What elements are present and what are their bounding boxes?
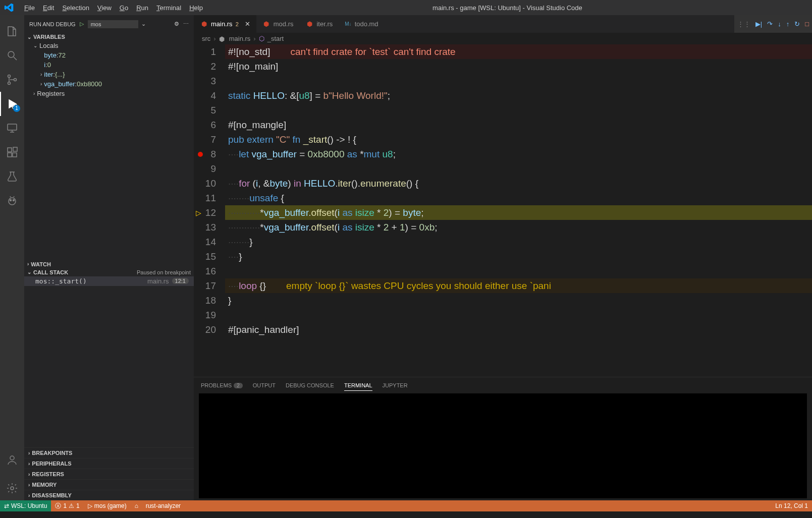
code-editor[interactable]: #![no_std]can't find crate for `test` ca… — [225, 44, 812, 377]
close-icon[interactable]: ✕ — [245, 20, 250, 28]
watch-section[interactable]: ›WATCH — [24, 260, 194, 268]
svg-rect-7 — [8, 153, 12, 157]
debug-alt-icon: ▷ — [88, 502, 92, 509]
remote-explorer-icon[interactable] — [0, 116, 24, 140]
symbol-icon: ⬡ — [259, 35, 264, 42]
svg-point-14 — [11, 487, 14, 490]
status-bar: ⇄WSL: Ubuntu ⓧ1 ⚠1 ▷mos (game) ⌂ rust-an… — [0, 500, 812, 511]
variable-row[interactable]: ›i: 0 — [40, 60, 194, 70]
rust-file-icon: ⬢ — [219, 35, 226, 42]
testing-icon[interactable] — [0, 164, 24, 189]
variable-row[interactable]: ›iter: {...} — [40, 70, 194, 79]
breadcrumb[interactable]: src› ⬢main.rs› ⬡_start — [194, 33, 812, 44]
debug-status[interactable]: ▷mos (game) — [84, 502, 131, 509]
registers2-section[interactable]: ›REGISTERS — [24, 469, 194, 479]
menu-file[interactable]: File — [20, 2, 39, 14]
rust-analyzer-status[interactable]: ⌂ rust-analyzer — [131, 502, 185, 509]
error-icon: ⓧ — [55, 502, 61, 510]
home-icon: ⌂ — [135, 502, 138, 509]
settings-gear-icon[interactable] — [0, 476, 24, 500]
debug-toolbar: ⋮⋮ ▶| ↷ ↓ ↑ ↻ □ — [734, 15, 812, 33]
step-out-icon[interactable]: ↑ — [786, 20, 790, 28]
menu-help[interactable]: Help — [185, 2, 207, 14]
memory-section[interactable]: ›MEMORY — [24, 479, 194, 490]
breakpoints-section[interactable]: ›BREAKPOINTS — [24, 447, 194, 458]
peripherals-section[interactable]: ›PERIPHERALS — [24, 458, 194, 469]
current-line-icon: ▷ — [196, 205, 201, 220]
menu-terminal[interactable]: Terminal — [152, 2, 185, 14]
disassembly-section[interactable]: ›DISASSEMBLY — [24, 490, 194, 500]
tab-todo.md[interactable]: M↓todo.md — [339, 15, 384, 33]
platformio-icon[interactable] — [0, 189, 24, 213]
panel-tab-jupyter[interactable]: JUPYTER — [383, 380, 408, 390]
step-over-icon[interactable]: ↷ — [767, 20, 773, 28]
variable-row[interactable]: ›vga_buffer: 0xb8000 — [40, 79, 194, 89]
panel-tab-problems[interactable]: PROBLEMS2 — [201, 380, 243, 390]
svg-point-2 — [8, 82, 11, 85]
tab-main.rs[interactable]: ⬢main.rs2✕ — [194, 15, 256, 33]
menu-run[interactable]: Run — [132, 2, 152, 14]
window-title: main.rs - game [WSL: Ubuntu] - Visual St… — [207, 4, 808, 12]
svg-point-13 — [10, 456, 14, 460]
terminal-body[interactable] — [199, 393, 807, 498]
rust-file-icon: ⬢ — [305, 20, 313, 28]
rust-file-icon: ⬢ — [262, 20, 270, 28]
source-control-icon[interactable] — [0, 68, 24, 92]
cursor-position[interactable]: Ln 12, Col 1 — [771, 502, 812, 509]
svg-rect-9 — [13, 147, 17, 151]
variables-section[interactable]: ⌄VARIABLES — [24, 33, 194, 41]
vscode-logo-icon — [4, 3, 14, 13]
svg-rect-5 — [8, 124, 17, 130]
svg-rect-8 — [13, 153, 17, 157]
registers-group[interactable]: ›Registers — [33, 89, 194, 98]
stop-icon[interactable]: □ — [805, 20, 809, 28]
debug-sidebar: RUN AND DEBUG ▷ mos ⌄ ⚙ ⋯ ⌄VARIABLES ⌄Lo… — [24, 15, 194, 500]
svg-point-1 — [8, 75, 11, 78]
remote-indicator[interactable]: ⇄WSL: Ubuntu — [0, 500, 51, 511]
svg-point-11 — [10, 200, 12, 201]
accounts-icon[interactable] — [0, 448, 24, 472]
svg-point-12 — [13, 200, 15, 201]
start-debug-icon[interactable]: ▷ — [80, 21, 84, 27]
tab-mod.rs[interactable]: ⬢mod.rs — [256, 15, 300, 33]
rust-file-icon: ⬢ — [200, 20, 208, 28]
activity-bar: 1 — [0, 15, 24, 500]
breakpoint-icon[interactable] — [198, 152, 203, 157]
panel-tab-debug console[interactable]: DEBUG CONSOLE — [286, 380, 334, 390]
run-debug-icon[interactable]: 1 — [0, 92, 24, 116]
panel-tab-output[interactable]: OUTPUT — [253, 380, 276, 390]
chevron-down-icon[interactable]: ⌄ — [141, 21, 146, 27]
bottom-panel: PROBLEMS2OUTPUTDEBUG CONSOLETERMINALJUPY… — [194, 377, 812, 500]
gear-icon[interactable]: ⚙ — [174, 21, 179, 27]
warning-icon: ⚠ — [69, 502, 74, 509]
menubar: FileEditSelectionViewGoRunTerminalHelp m… — [0, 0, 812, 15]
locals-group[interactable]: ⌄Locals — [33, 41, 194, 50]
debug-config-select[interactable]: mos — [88, 20, 138, 28]
tab-iter.rs[interactable]: ⬢iter.rs — [299, 15, 339, 33]
sidebar-title: RUN AND DEBUG — [29, 21, 76, 27]
explorer-icon[interactable] — [0, 19, 24, 43]
problems-status[interactable]: ⓧ1 ⚠1 — [51, 502, 83, 510]
menu-selection[interactable]: Selection — [58, 2, 93, 14]
line-gutter[interactable]: 123456789101112▷1314151617181920 — [194, 44, 225, 377]
search-icon[interactable] — [0, 43, 24, 68]
menu-edit[interactable]: Edit — [39, 2, 58, 14]
menu-go[interactable]: Go — [116, 2, 132, 14]
panel-tab-terminal[interactable]: TERMINAL — [344, 380, 372, 390]
callstack-frame[interactable]: mos::_start() main.rs 12:1 — [24, 276, 194, 286]
drag-handle-icon[interactable]: ⋮⋮ — [737, 20, 750, 28]
tab-bar: ⬢main.rs2✕⬢mod.rs⬢iter.rsM↓todo.md ⋮⋮ ▶|… — [194, 15, 812, 33]
extensions-icon[interactable] — [0, 140, 24, 164]
svg-rect-6 — [8, 148, 12, 152]
svg-point-3 — [14, 79, 17, 81]
debug-badge: 1 — [13, 105, 20, 112]
variable-row[interactable]: ›byte: 72 — [40, 50, 194, 60]
restart-icon[interactable]: ↻ — [794, 20, 800, 28]
step-into-icon[interactable]: ↓ — [778, 20, 781, 28]
more-icon[interactable]: ⋯ — [183, 21, 189, 27]
menu-view[interactable]: View — [93, 2, 116, 14]
svg-point-0 — [8, 51, 14, 57]
callstack-section[interactable]: ⌄CALL STACKPaused on breakpoint — [24, 268, 194, 276]
continue-icon[interactable]: ▶| — [755, 20, 762, 28]
panel-tabs: PROBLEMS2OUTPUTDEBUG CONSOLETERMINALJUPY… — [194, 377, 812, 390]
